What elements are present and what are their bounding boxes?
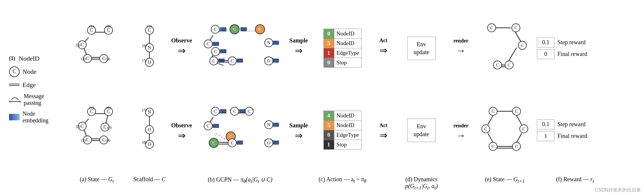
state-e-top-svg: C C C C C bbox=[476, 20, 534, 75]
svg-line-153 bbox=[488, 115, 493, 125]
svg-marker-2 bbox=[20, 100, 21, 103]
svg-text:(7): (7) bbox=[142, 108, 147, 112]
svg-text:C: C bbox=[230, 59, 233, 63]
act-bot: Act ⇒ bbox=[380, 122, 388, 141]
action-row-2: 1 EdgeType bbox=[323, 48, 362, 58]
sample-label-top: Sample bbox=[289, 37, 308, 44]
state-a-bot-molecule: C (1) C (0) C (2) C (5) C (3) C bbox=[68, 104, 126, 155]
reward-top: 0.1 Step reward 0 Final reward bbox=[537, 37, 587, 59]
action-top-table: 0 NodeID 5 NodeID 1 EdgeType 0 Stop bbox=[323, 29, 362, 68]
cap-d: (d) Dynamicsp(Gt+1|Gt, at) bbox=[394, 176, 449, 191]
action-bot-cell-label-2: EdgeType bbox=[334, 132, 361, 138]
svg-text:C: C bbox=[521, 43, 524, 48]
cap-f-text: (f) Reward — rt bbox=[556, 176, 594, 182]
svg-text:C: C bbox=[515, 109, 518, 114]
svg-rect-94 bbox=[220, 27, 222, 31]
svg-text:C: C bbox=[86, 56, 89, 61]
state-e-top: C C C C C bbox=[476, 20, 534, 76]
scaffold-bot-svg: N (7) O O (8) bbox=[133, 105, 166, 155]
legend-nodeid: (1) NodeID bbox=[9, 55, 63, 62]
svg-line-134 bbox=[508, 48, 516, 61]
state-a-column: C (1) C (0) C (2) C (3) C (4) bbox=[63, 4, 130, 174]
legend-column: (1) NodeID C Node Edge bbox=[6, 4, 63, 174]
reward-bot-step: 0.1 Step reward bbox=[537, 119, 587, 129]
svg-text:(0): (0) bbox=[106, 24, 111, 28]
svg-text:(7): (7) bbox=[142, 58, 147, 62]
main-container: (1) NodeID C Node Edge bbox=[0, 0, 644, 195]
svg-rect-98 bbox=[220, 49, 226, 53]
svg-text:N: N bbox=[267, 40, 270, 45]
action-bot-row-3: 1 Stop bbox=[323, 140, 362, 150]
svg-text:N: N bbox=[267, 122, 270, 127]
svg-text:(5): (5) bbox=[147, 24, 151, 28]
act-top: Act ⇒ bbox=[380, 37, 388, 56]
svg-text:(8): (8) bbox=[142, 140, 147, 144]
sample-arrows: Sample ⇒ Sample ⇒ bbox=[285, 4, 312, 174]
svg-text:(5): (5) bbox=[107, 125, 111, 129]
act-arrow-bot: ⇒ bbox=[380, 130, 388, 141]
action-bot-cell-num-1: 5 bbox=[324, 121, 334, 130]
sample-arrow-bot: ⇒ bbox=[295, 130, 303, 141]
dynamics-update-top: update bbox=[414, 49, 429, 56]
action-cell-num-1: 5 bbox=[324, 39, 334, 48]
svg-text:C: C bbox=[247, 109, 250, 114]
cap-a-text: (a) State — Gt bbox=[80, 176, 114, 182]
legend-node: C Node bbox=[9, 66, 63, 77]
legend-msg-icon bbox=[9, 95, 21, 104]
reward-top-final: 0 Final reward bbox=[537, 49, 587, 59]
observe-label-bot: Observe bbox=[171, 122, 192, 129]
legend-message-passing: Messagepassing bbox=[9, 93, 63, 106]
action-bot-cell-num-2: 0 bbox=[324, 130, 334, 140]
svg-text:C: C bbox=[233, 27, 236, 32]
state-e-bot-svg: C C C C C C bbox=[476, 102, 534, 157]
svg-text:C: C bbox=[496, 63, 499, 67]
state-a-top-svg: C (1) C (0) C (2) C (3) C (4) bbox=[68, 23, 126, 73]
reward-bot-step-label: Step reward bbox=[557, 121, 586, 128]
svg-text:O: O bbox=[148, 60, 151, 65]
cap-c: (c) Action — at ~ πθ bbox=[312, 176, 373, 184]
svg-text:C: C bbox=[81, 124, 84, 129]
action-bot-cell-label-0: NodeID bbox=[334, 112, 357, 119]
legend-edge-label: Edge bbox=[23, 81, 36, 89]
svg-text:C: C bbox=[258, 27, 261, 32]
reward-bot: 0.1 Step reward 1 Final reward bbox=[537, 119, 587, 141]
action-bot-cell-num-0: 4 bbox=[324, 111, 334, 120]
cap-e: (e) State — Gt+1 bbox=[473, 176, 537, 184]
action-row-3: 0 Stop bbox=[323, 58, 362, 68]
gcpn-top: C C C N C bbox=[197, 20, 283, 77]
legend-nodeid-symbol: (1) bbox=[9, 55, 15, 61]
svg-text:C: C bbox=[230, 141, 233, 145]
render-arrows: render → render → bbox=[449, 4, 473, 174]
action-cell-label-2: EdgeType bbox=[334, 50, 361, 56]
svg-text:(3): (3) bbox=[81, 57, 85, 61]
svg-text:C: C bbox=[492, 144, 495, 149]
svg-line-149 bbox=[516, 133, 522, 143]
scaffold-top: C (5) N (6) O (7) bbox=[133, 23, 166, 74]
action-cell-num-3: 0 bbox=[324, 58, 334, 67]
observe-bot: Observe ⇒ bbox=[171, 122, 192, 141]
svg-rect-99 bbox=[218, 59, 225, 63]
reward-top-step: 0.1 Step reward bbox=[537, 37, 587, 47]
observe-label-top: Observe bbox=[171, 37, 192, 44]
state-a-top-molecule: C (1) C (0) C (2) C (3) C (4) bbox=[68, 23, 126, 73]
svg-marker-1 bbox=[9, 100, 10, 103]
watermark: CSDN@发呆的比目鱼 bbox=[595, 187, 641, 193]
sample-label-bot: Sample bbox=[289, 122, 308, 129]
svg-rect-101 bbox=[273, 59, 279, 63]
svg-text:C: C bbox=[102, 137, 106, 142]
legend-node-label: Node bbox=[23, 68, 37, 76]
svg-line-148 bbox=[516, 115, 522, 125]
svg-text:O: O bbox=[267, 59, 270, 63]
state-e-column: C C C C C bbox=[473, 4, 537, 174]
cap-b-text: (b) GCPN — πθ(at|Gt ∪ C) bbox=[208, 176, 273, 183]
reward-top-step-val: 0.1 bbox=[537, 37, 555, 47]
observe-arrow-top: ⇒ bbox=[178, 45, 186, 56]
render-arrow-bot: → bbox=[456, 130, 466, 141]
cap-e-text: (e) State — Gt+1 bbox=[485, 176, 525, 182]
act-arrow-top: ⇒ bbox=[380, 45, 388, 56]
cap-c-text: (c) Action — at ~ πθ bbox=[318, 176, 366, 182]
captions-row: (a) State — Gt Scaffold — C (b) GCPN — π… bbox=[6, 176, 638, 191]
cap-b: (b) GCPN — πθ(at|Gt ∪ C) bbox=[195, 176, 285, 184]
svg-text:(4): (4) bbox=[106, 57, 110, 61]
svg-rect-95 bbox=[240, 27, 247, 31]
